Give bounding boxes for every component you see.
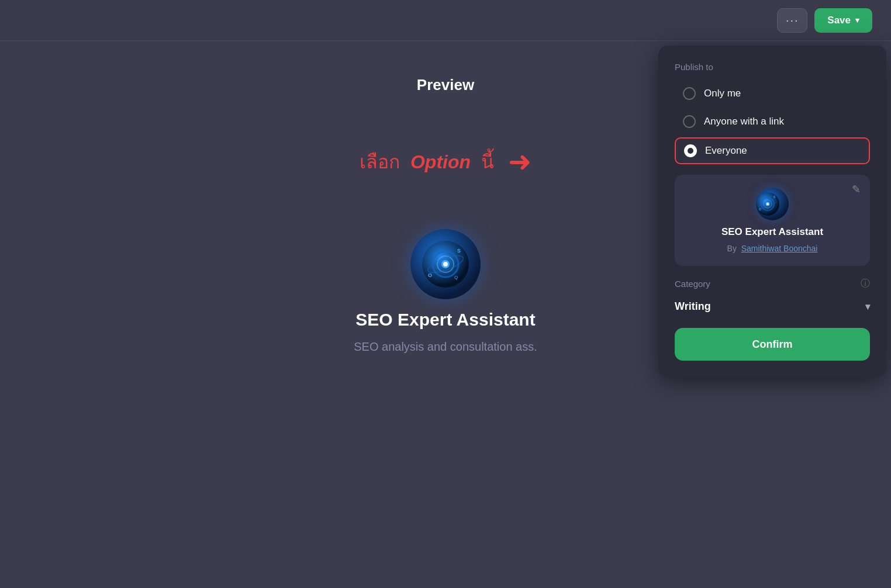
radio-label-everyone: Everyone — [705, 145, 747, 157]
bot-avatar-small: S O — [756, 188, 789, 220]
svg-point-13 — [766, 203, 769, 205]
category-chevron-icon: ▾ — [865, 301, 870, 312]
svg-text:S: S — [457, 248, 461, 254]
radio-circle-anyone — [683, 115, 696, 128]
svg-text:S: S — [773, 196, 775, 199]
preview-content: Preview เลือก Option นี้ ➜ — [354, 76, 537, 354]
radio-label-anyone: Anyone with a link — [704, 116, 784, 127]
bot-card-name: SEO Expert Assistant — [721, 226, 823, 238]
info-icon[interactable]: ⓘ — [861, 278, 870, 290]
bot-section: S O Q SEO Expert Assistant SEO analysis … — [354, 229, 537, 354]
category-row: Category ⓘ — [675, 278, 870, 290]
bot-name-large: SEO Expert Assistant — [355, 310, 535, 330]
more-dots: ··· — [786, 13, 799, 27]
instruction-part1: เลือก — [360, 151, 400, 172]
instruction-option: Option — [410, 151, 471, 172]
more-button[interactable]: ··· — [777, 8, 807, 33]
edit-icon[interactable]: ✎ — [852, 183, 861, 196]
save-label: Save — [827, 15, 851, 26]
instruction-text: เลือก Option นี้ — [360, 147, 494, 177]
bot-avatar-large: S O Q — [410, 229, 481, 299]
arrow-icon: ➜ — [508, 148, 531, 176]
category-label: Category — [675, 279, 710, 289]
radio-label-only-me: Only me — [704, 88, 741, 99]
bot-card-author: By Samithiwat Boonchai — [727, 244, 818, 253]
radio-group: Only me Anyone with a link Everyone — [675, 81, 870, 164]
dropdown-panel: Publish to Only me Anyone with a link Ev… — [658, 46, 886, 377]
radio-circle-everyone — [684, 144, 697, 157]
confirm-label: Confirm — [752, 338, 793, 350]
author-link[interactable]: Samithiwat Boonchai — [741, 244, 818, 253]
svg-point-4 — [443, 262, 448, 267]
radio-anyone-with-link[interactable]: Anyone with a link — [675, 109, 870, 134]
bot-desc-large: SEO analysis and consultation ass. — [354, 340, 537, 354]
svg-text:O: O — [759, 208, 761, 211]
main-area: Preview เลือก Option นี้ ➜ — [0, 41, 891, 588]
instruction-row: เลือก Option นี้ ➜ — [360, 147, 531, 177]
category-value: Writing — [675, 300, 711, 313]
svg-text:Q: Q — [454, 275, 458, 280]
svg-text:O: O — [428, 272, 432, 278]
confirm-button[interactable]: Confirm — [675, 328, 870, 361]
preview-title: Preview — [417, 76, 474, 94]
instruction-part2: นี้ — [481, 151, 494, 172]
save-chevron: ▾ — [855, 16, 859, 25]
radio-everyone[interactable]: Everyone — [675, 137, 870, 164]
author-prefix: By — [727, 244, 737, 253]
radio-only-me[interactable]: Only me — [675, 81, 870, 106]
top-bar: ··· Save ▾ — [0, 0, 891, 41]
bot-card: ✎ S O — [675, 175, 870, 266]
radio-circle-only-me — [683, 87, 696, 100]
publish-label: Publish to — [675, 62, 870, 72]
save-button[interactable]: Save ▾ — [814, 8, 872, 33]
category-select[interactable]: Writing ▾ — [675, 298, 870, 315]
